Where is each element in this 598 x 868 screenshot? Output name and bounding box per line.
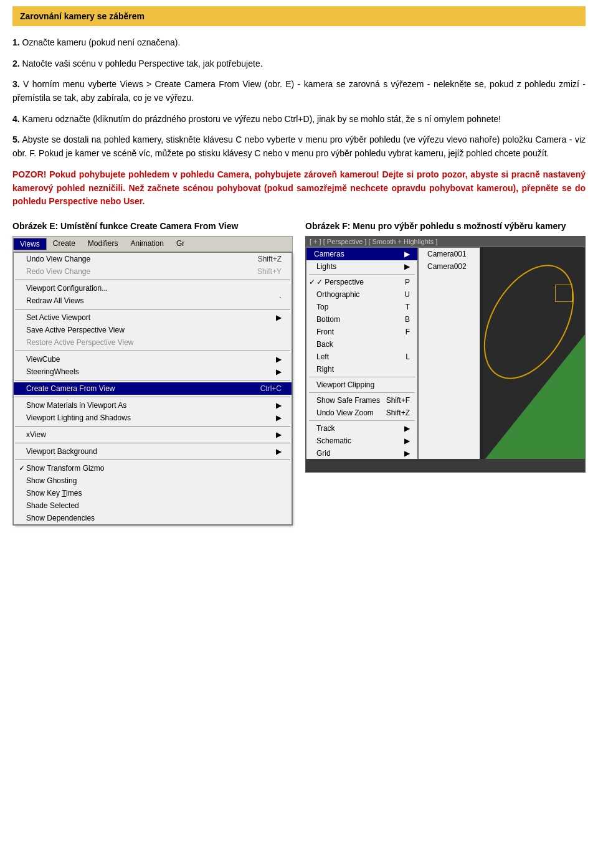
safe-frames-label: Show Safe Frames	[316, 396, 380, 405]
view-menu-main: Cameras ▶ Lights ▶ ✓ Perspective P	[306, 247, 418, 459]
grid-label: Grid	[316, 449, 331, 458]
menu-viewport-lighting[interactable]: Viewport Lighting and Shadows▶	[14, 412, 292, 424]
section-header: Zarovnání kamery se záběrem	[12, 6, 586, 26]
top-item[interactable]: Top T	[306, 301, 417, 313]
camera001-label: Camera001	[427, 250, 467, 258]
front-label: Front	[316, 328, 334, 336]
paragraph-2: 2. Natočte vaši scénu v pohledu Perspect…	[12, 57, 586, 71]
view-menu-popup: Cameras ▶ Lights ▶ ✓ Perspective P	[306, 247, 480, 459]
right-item[interactable]: Right	[306, 363, 417, 375]
menu-top-animation[interactable]: Animation	[125, 238, 170, 250]
right-label: Right	[316, 365, 334, 374]
schematic-item[interactable]: Schematic ▶	[306, 435, 417, 447]
perspective-label: ✓ Perspective	[316, 278, 364, 286]
cameras-label: Cameras	[314, 250, 344, 258]
camera002-item[interactable]: Camera002	[419, 260, 480, 273]
paragraph-4: 4. Kameru odznačte (kliknutím do prázdné…	[12, 113, 586, 126]
menu-undo-view[interactable]: Undo View ChangeShift+Z	[14, 253, 292, 265]
view-div-3	[309, 420, 415, 421]
left-shortcut: L	[406, 352, 410, 361]
menu-set-active-viewport[interactable]: Set Active Viewport▶	[14, 311, 292, 324]
viewport-container: [ + ] [ Perspective ] [ Smooth + Highlig…	[305, 236, 586, 473]
menu-viewport-background[interactable]: Viewport Background▶	[14, 445, 292, 458]
show-safe-frames-item[interactable]: Show Safe Frames Shift+F	[306, 394, 417, 407]
safe-frames-shortcut: Shift+F	[386, 396, 410, 405]
viewport-clipping-item[interactable]: Viewport Clipping	[306, 379, 417, 391]
bottom-label: Bottom	[316, 315, 340, 324]
menu-save-perspective[interactable]: Save Active Perspective View	[14, 324, 292, 336]
figure-f-caption: Obrázek F: Menu pro výběr pohledu s možn…	[305, 221, 586, 231]
para5-text: Abyste se dostali na pohled kamery, stis…	[12, 134, 586, 158]
menu-shade-selected[interactable]: Shade Selected	[14, 499, 292, 512]
paragraph-5: 5. Abyste se dostali na pohled kamery, s…	[12, 133, 586, 160]
perspective-item[interactable]: ✓ Perspective P	[306, 276, 417, 288]
menu-redraw[interactable]: Redraw All Views`	[14, 295, 292, 307]
menu-create-camera[interactable]: Create Camera From ViewCtrl+C	[14, 382, 292, 395]
divider-2	[15, 309, 290, 309]
viewport-clipping-label: Viewport Clipping	[316, 380, 374, 389]
menu-viewport-config[interactable]: Viewport Configuration...	[14, 282, 292, 295]
grid-item[interactable]: Grid ▶	[306, 447, 417, 459]
lights-arrow: ▶	[404, 262, 410, 271]
left-label: Left	[316, 352, 329, 361]
para1-number: 1.	[12, 37, 20, 47]
camera-submenu: Camera001 Camera002	[418, 247, 480, 459]
perspective-shortcut: P	[405, 278, 410, 286]
menu-restore-perspective[interactable]: Restore Active Perspective View	[14, 336, 292, 349]
lights-item[interactable]: Lights ▶	[306, 260, 417, 273]
para5-number: 5.	[12, 134, 20, 144]
cameras-section[interactable]: Cameras ▶	[306, 248, 417, 260]
orthographic-item[interactable]: Orthographic U	[306, 288, 417, 301]
figure-f: Obrázek F: Menu pro výběr pohledu s možn…	[305, 221, 586, 526]
track-label: Track	[316, 424, 335, 433]
menu-top-create[interactable]: Create	[47, 238, 82, 250]
track-arrow: ▶	[404, 424, 410, 433]
menu-top-bar: Views Create Modifiers Animation Gr	[13, 237, 292, 252]
bottom-item[interactable]: Bottom B	[306, 313, 417, 326]
menu-viewcube[interactable]: ViewCube▶	[14, 353, 292, 366]
menu-xview[interactable]: xView▶	[14, 428, 292, 441]
menu-show-ghosting[interactable]: Show Ghosting	[14, 474, 292, 487]
menu-top-modifiers[interactable]: Modifiers	[82, 238, 125, 250]
para2-number: 2.	[12, 59, 20, 68]
header-title: Zarovnání kamery se záběrem	[20, 11, 145, 21]
undo-view-zoom-shortcut: Shift+Z	[386, 408, 410, 417]
figure-e: Obrázek E: Umístění funkce Create Camera…	[12, 221, 293, 526]
para3-number: 3.	[12, 79, 20, 89]
schematic-arrow: ▶	[404, 436, 410, 445]
top-label: Top	[316, 303, 328, 311]
track-item[interactable]: Track ▶	[306, 422, 417, 435]
divider-6	[15, 426, 290, 427]
ortho-shortcut: U	[404, 290, 410, 299]
left-item[interactable]: Left L	[306, 351, 417, 363]
camera001-item[interactable]: Camera001	[419, 248, 480, 260]
para4-text: Kameru odznačte (kliknutím do prázdného …	[22, 114, 501, 124]
front-shortcut: F	[406, 328, 410, 336]
cameras-arrow: ▶	[404, 250, 410, 258]
menu-show-key-times[interactable]: Show Key Times	[14, 487, 292, 499]
menu-steeringwheels[interactable]: SteeringWheels▶	[14, 366, 292, 378]
front-item[interactable]: Front F	[306, 326, 417, 338]
paragraph-1: 1. Označte kameru (pokud není označena).	[12, 36, 586, 50]
top-shortcut: T	[406, 303, 410, 311]
menu-show-dependencies[interactable]: Show Dependencies	[14, 512, 292, 524]
viewport-content: 📷 Cameras ▶ Lights ▶	[306, 247, 585, 459]
para2-text: Natočte vaši scénu v pohledu Perspective…	[22, 59, 263, 68]
view-div-2	[309, 392, 415, 393]
menu-redo-view[interactable]: Redo View ChangeShift+Y	[14, 265, 292, 278]
menu-top-gr[interactable]: Gr	[170, 238, 191, 250]
undo-view-zoom-item[interactable]: Undo View Zoom Shift+Z	[306, 407, 417, 419]
warning-text: POZOR! Pokud pohybujete pohledem v pohle…	[12, 168, 586, 209]
back-item[interactable]: Back	[306, 338, 417, 351]
scene-box-object	[555, 285, 572, 302]
menu-show-transform-gizmo[interactable]: Show Transform Gizmo	[14, 462, 292, 474]
bottom-shortcut: B	[405, 315, 410, 324]
divider-7	[15, 443, 290, 443]
menu-show-materials[interactable]: Show Materials in Viewport As▶	[14, 399, 292, 412]
menu-top-views[interactable]: Views	[13, 238, 47, 250]
figure-e-caption: Obrázek E: Umístění funkce Create Camera…	[12, 221, 293, 231]
para3-text: V horním menu vyberte Views > Create Cam…	[12, 79, 586, 103]
view-div-1	[309, 377, 415, 377]
views-dropdown: Undo View ChangeShift+Z Redo View Change…	[13, 252, 292, 525]
figures-row: Obrázek E: Umístění funkce Create Camera…	[12, 221, 586, 526]
